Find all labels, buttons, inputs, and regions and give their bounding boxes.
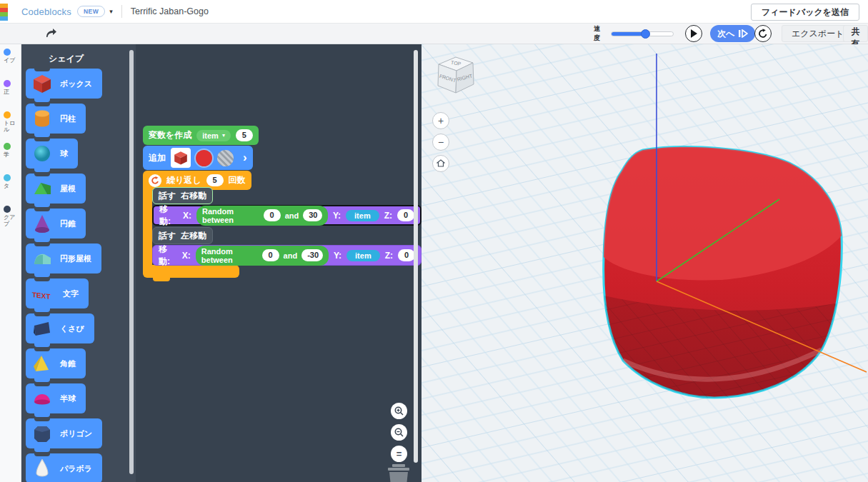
shape-item-paraboloid[interactable]: パラボラ [26, 453, 102, 482]
zoom-in-icon [394, 406, 404, 416]
tinkercad-codeblocks-app: Codeblocks NEW ▾ Terrific Jaban-Gogo フィー… [0, 0, 868, 482]
restart-button[interactable] [754, 25, 772, 42]
random-max-input[interactable]: 30 [303, 209, 322, 221]
shape-item-cylinder[interactable]: 円柱 [26, 104, 86, 134]
move-block-right[interactable]: 移動: X: Random between 0 and 30 Y: item Z… [152, 205, 421, 226]
speed-slider-handle[interactable] [641, 29, 650, 39]
shapes-panel-scrollbar[interactable] [129, 50, 134, 474]
speed-slider[interactable] [611, 31, 674, 36]
expand-chevron-icon[interactable]: › [243, 151, 247, 165]
restart-icon [758, 29, 768, 39]
shape-item-cone[interactable]: 円錐 [26, 209, 86, 239]
trash-icon[interactable] [382, 463, 415, 482]
random-min-input[interactable]: 0 [264, 209, 281, 221]
category-tab-data[interactable]: タ [0, 174, 21, 206]
shape-item-pyramid[interactable]: 角錐 [26, 348, 86, 378]
z-value-input[interactable]: 0 [397, 209, 414, 221]
random-max-input[interactable]: -30 [301, 249, 323, 261]
shape-item-round-roof[interactable]: 円形屋根 [26, 243, 101, 273]
text-icon: TEXT [31, 283, 56, 303]
document-title[interactable]: Terrific Jaban-Gogo [131, 6, 209, 16]
shape-item-hemisphere[interactable]: 半球 [26, 383, 86, 413]
next-step-button[interactable]: 次へ [710, 25, 755, 42]
tinkercad-logo-icon[interactable] [0, 4, 8, 21]
category-tab-markup[interactable]: クアプ [0, 206, 21, 237]
create-variable-label: 変数を作成 [149, 129, 191, 141]
chevron-down-icon[interactable]: ▾ [109, 8, 113, 15]
paraboloid-icon [31, 458, 53, 478]
variable-dropdown[interactable]: item ▾ [196, 130, 231, 141]
category-dot-icon [4, 174, 11, 181]
run-toolbar: 速 度 次へ エクスポート 共有 [0, 24, 868, 44]
sphere-icon [31, 144, 53, 164]
shape-item-polygon[interactable]: ポリゴン [26, 418, 102, 448]
say-value-input[interactable]: 左移動 [181, 230, 206, 242]
redo-button[interactable] [43, 26, 59, 41]
code-blocks-canvas[interactable]: 変数を作成 item ▾ 5 追加 › [136, 44, 421, 482]
create-variable-block[interactable]: 変数を作成 item ▾ 5 [143, 126, 259, 145]
shape-item-sphere[interactable]: 球 [26, 139, 78, 169]
y-label: Y: [333, 211, 341, 221]
item-variable-pill[interactable]: item [346, 250, 380, 261]
move-block-left[interactable]: 移動: X: Random between 0 and -30 Y: item … [152, 245, 421, 266]
z-value-input[interactable]: 0 [398, 249, 415, 261]
app-name[interactable]: Codeblocks [21, 6, 71, 17]
variable-value-input[interactable]: 5 [236, 129, 253, 141]
viewport-zoom-out-button[interactable]: − [432, 134, 449, 151]
say-label: 話す [159, 190, 176, 202]
shape-item-wedge[interactable]: くさび [26, 313, 94, 343]
loop-icon [149, 174, 161, 187]
shape-item-text[interactable]: TEXT 文字 [26, 278, 89, 308]
chevron-down-icon: ▾ [222, 132, 225, 139]
zoom-out-button[interactable] [391, 424, 407, 441]
category-tab-modify[interactable]: 正 [0, 80, 21, 111]
workplane-scene [421, 44, 868, 482]
repeat-count-input[interactable]: 5 [206, 174, 224, 186]
random-min-input[interactable]: 0 [262, 249, 279, 261]
add-shape-block[interactable]: 追加 › [143, 146, 253, 170]
category-dot-icon [4, 49, 11, 56]
next-step-label: 次へ [717, 28, 734, 40]
redo-arrow-icon [44, 28, 57, 38]
home-view-icon [437, 159, 445, 168]
send-feedback-button[interactable]: フィードバックを送信 [751, 4, 859, 21]
category-tab-math[interactable]: 学 [0, 143, 21, 174]
say-value-input[interactable]: 右移動 [181, 190, 206, 202]
material-swatch[interactable] [217, 150, 234, 166]
say-block-left[interactable]: 話す 左移動 [152, 227, 213, 244]
box-icon [31, 74, 53, 94]
view-cube[interactable]: TOP FRONT RIGHT [433, 53, 479, 100]
item-variable-pill[interactable]: item [346, 210, 379, 221]
zoom-reset-button[interactable]: = [391, 446, 407, 462]
top-bar: Codeblocks NEW ▾ Terrific Jaban-Gogo フィー… [0, 0, 868, 24]
canvas-scrollbar[interactable] [414, 50, 418, 463]
repeat-label: 繰り返し [166, 174, 201, 186]
main-area: イブ 正 トロル 学 タ クアプ [0, 44, 868, 482]
divider [121, 5, 122, 18]
say-label: 話す [159, 230, 176, 242]
zoom-in-button[interactable] [391, 403, 407, 419]
speed-slider-fill [612, 32, 645, 36]
category-tab-shapes[interactable]: イブ [0, 49, 21, 80]
viewport-3d[interactable]: TOP FRONT RIGHT + − [421, 44, 868, 482]
home-view-button[interactable] [432, 155, 449, 172]
shape-item-box[interactable]: ボックス [26, 69, 102, 99]
share-button[interactable]: 共有 [843, 25, 868, 42]
random-between-block[interactable]: Random between 0 and 30 [196, 206, 328, 226]
block-category-strip: イブ 正 トロル 学 タ クアプ [0, 44, 21, 482]
zoom-out-icon [394, 428, 404, 437]
move-label: 移動: [159, 243, 177, 268]
viewport-zoom-in-button[interactable]: + [432, 112, 449, 129]
color-swatch[interactable] [196, 150, 212, 166]
roof-icon [31, 179, 53, 199]
x-label: X: [182, 251, 191, 261]
shape-swatch[interactable] [171, 148, 191, 168]
speed-label: 速 度 [594, 24, 600, 43]
shape-item-roof[interactable]: 屋根 [26, 174, 86, 204]
repeat-suffix: 回数 [229, 174, 246, 186]
play-button[interactable] [685, 25, 702, 42]
say-block-right[interactable]: 話す 右移動 [152, 187, 213, 204]
svg-text:TEXT: TEXT [32, 291, 51, 301]
random-between-block[interactable]: Random between 0 and -30 [196, 246, 329, 266]
category-tab-control[interactable]: トロル [0, 111, 21, 143]
